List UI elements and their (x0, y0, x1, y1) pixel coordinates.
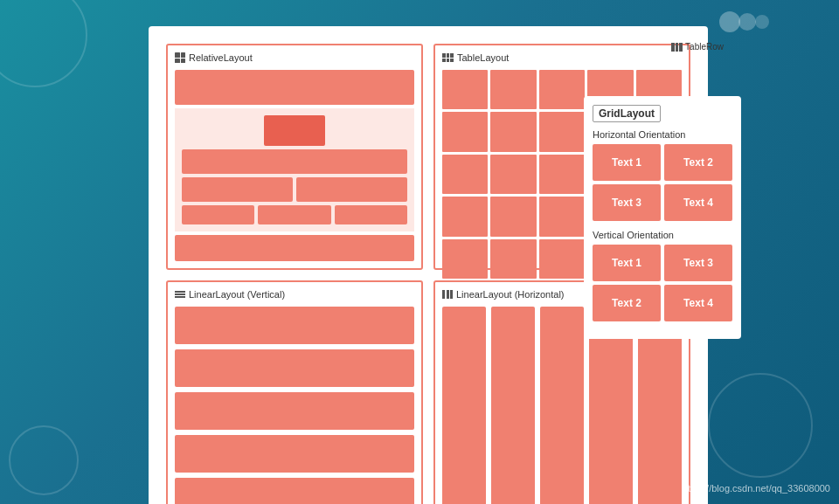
svg-point-2 (755, 15, 769, 29)
grid-layout-panel: GridLayout Horizontal Orientation Text 1… (584, 96, 741, 339)
deco-circle-tl (0, 0, 87, 87)
grid-cell-v2: Text 3 (664, 245, 732, 281)
table-cell (490, 197, 536, 236)
table-cell (442, 155, 488, 194)
rl-row4-left (182, 177, 293, 202)
lv-row (175, 349, 414, 387)
logo-icon (717, 7, 769, 38)
linear-vertical-panel: LinearLayout (Vertical) (166, 280, 423, 504)
grid-cell-h4: Text 4 (664, 184, 732, 221)
table-layout-label: TableLayout (442, 52, 682, 63)
lines-icon (175, 290, 185, 299)
rl-center-section (175, 108, 414, 231)
rl-row-3 (182, 149, 407, 174)
table-cell (539, 239, 585, 279)
table-cell (442, 112, 488, 151)
logo-area (717, 7, 769, 38)
rl-row-1 (175, 70, 414, 105)
rl-bottom-1 (182, 205, 254, 224)
svg-point-1 (738, 13, 756, 31)
vertical-orientation-section: Vertical Orientation Text 1 Text 3 Text … (593, 230, 732, 321)
table-cell (442, 197, 488, 236)
grid-cell-h2: Text 2 (664, 144, 732, 181)
table-cell (539, 112, 585, 151)
table-cell (539, 155, 585, 194)
rl-bottom-2 (258, 205, 330, 224)
grid-cell-h1: Text 1 (593, 144, 661, 181)
deco-circle-br (708, 373, 813, 478)
relative-layout-panel: RelativeLayout (166, 44, 423, 270)
table-cell (490, 239, 536, 279)
tablerow-annotation: TableRow (671, 42, 724, 52)
table-cell (442, 239, 488, 279)
lv-row (175, 392, 414, 430)
rl-bottom-3 (335, 205, 407, 224)
grid-layout-title: GridLayout (593, 105, 661, 122)
linear-vertical-demo (175, 307, 414, 504)
table-cell (490, 112, 536, 151)
table-cell (490, 70, 536, 109)
table-cell (490, 155, 536, 194)
lv-row (175, 435, 414, 473)
rl-bottom-row (182, 205, 407, 224)
vertical-orientation-label: Vertical Orientation (593, 230, 732, 240)
lh-col (540, 307, 584, 504)
table-icon (671, 43, 683, 52)
svg-point-0 (719, 11, 740, 32)
lv-row (175, 478, 414, 504)
table-cell (539, 70, 585, 109)
table-layout-icon (442, 53, 454, 62)
lh-col (442, 307, 486, 504)
grid-icon (175, 52, 185, 63)
grid-cell-h3: Text 3 (593, 184, 661, 221)
linear-vertical-label: LinearLayout (Vertical) (175, 289, 414, 300)
horizontal-orientation-label: Horizontal Orientation (593, 129, 732, 140)
table-cell (539, 197, 585, 236)
lh-col (491, 307, 535, 504)
cols-icon (442, 290, 453, 299)
rl-row4-right (296, 177, 407, 202)
rl-center-box (264, 115, 325, 146)
relative-layout-label: RelativeLayout (175, 52, 414, 63)
rl-row-last (175, 235, 414, 261)
deco-circle-bl (9, 425, 79, 495)
grid-cell-v1: Text 1 (593, 245, 661, 281)
rl-row-4 (182, 177, 407, 202)
lv-row (175, 307, 414, 344)
tablerow-icon (671, 43, 683, 52)
horizontal-orientation-section: Horizontal Orientation Text 1 Text 2 Tex… (593, 129, 732, 221)
relative-layout-demo (175, 70, 414, 279)
grid-cell-v3: Text 2 (593, 285, 661, 321)
vertical-orientation-grid: Text 1 Text 3 Text 2 Text 4 (593, 245, 732, 321)
watermark: https://blog.csdn.net/qq_33608000 (683, 483, 830, 494)
table-cell (442, 70, 488, 109)
horizontal-orientation-grid: Text 1 Text 2 Text 3 Text 4 (593, 144, 732, 221)
grid-cell-v4: Text 4 (664, 285, 732, 321)
